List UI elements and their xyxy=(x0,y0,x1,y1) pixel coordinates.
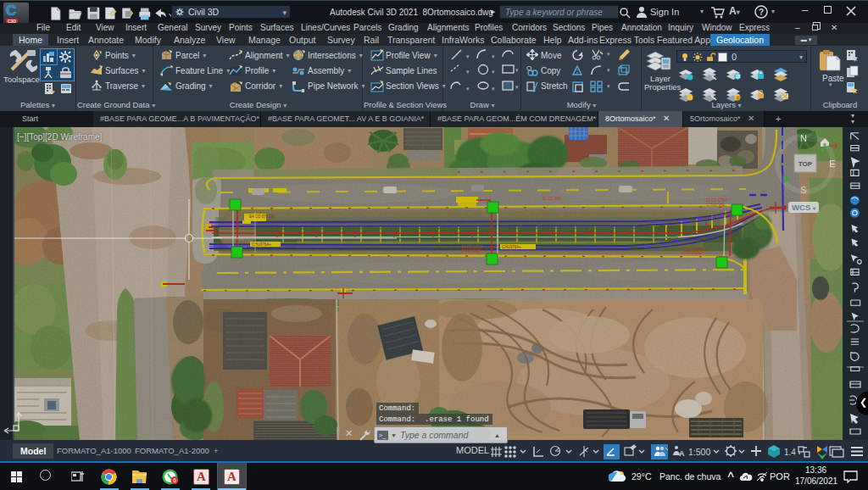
svg-text:▾: ▾ xyxy=(466,69,470,75)
svg-text:▾: ▾ xyxy=(515,67,519,73)
svg-text:✲: ✲ xyxy=(735,73,741,81)
svg-text:▾: ▾ xyxy=(492,86,495,92)
svg-text:1.4: 1.4 xyxy=(784,448,796,457)
svg-text:E: E xyxy=(829,159,835,169)
svg-text:S: S xyxy=(800,185,806,195)
svg-text:N: N xyxy=(800,133,807,143)
svg-text:?: ? xyxy=(759,8,764,17)
svg-text:▾: ▾ xyxy=(466,53,470,59)
svg-text:TOP: TOP xyxy=(798,160,813,168)
svg-text:▾: ▾ xyxy=(515,84,519,90)
svg-text:6: 6 xyxy=(173,477,176,483)
svg-text:▾: ▾ xyxy=(466,86,470,92)
svg-text:A: A xyxy=(679,449,685,458)
svg-text:▾: ▾ xyxy=(492,69,495,75)
svg-text:1:500: 1:500 xyxy=(688,447,710,457)
svg-text:▾: ▾ xyxy=(492,53,495,59)
